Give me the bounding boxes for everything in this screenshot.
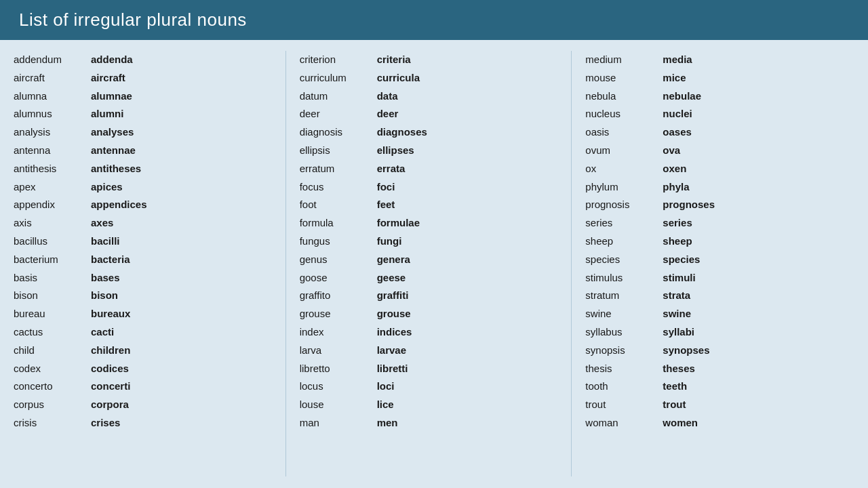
singular-col-1: addendumaircraftalumnaalumnusanalysisant…: [14, 51, 88, 476]
list-item: children: [91, 342, 172, 359]
list-item: analysis: [14, 123, 88, 141]
list-item: libretto: [300, 360, 374, 378]
header: List of irregular plural nouns: [0, 0, 868, 40]
list-item: deer: [377, 105, 458, 123]
list-item: mice: [663, 69, 744, 87]
list-item: diagnoses: [377, 123, 458, 141]
list-item: ox: [585, 160, 660, 178]
list-item: corpora: [91, 396, 172, 413]
list-item: genus: [300, 251, 374, 268]
plural-col-1: addendaaircraftalumnaealumnianalysesante…: [91, 51, 172, 476]
column-group-3: mediummousenebulanucleusoasisovumoxphylu…: [571, 51, 854, 476]
list-item: media: [663, 51, 744, 68]
list-item: deer: [300, 105, 374, 123]
list-item: diagnosis: [300, 123, 374, 141]
list-item: medium: [585, 51, 660, 68]
list-item: ovum: [585, 142, 660, 159]
list-item: sheep: [663, 232, 744, 250]
list-item: prognosis: [585, 196, 660, 214]
list-item: criterion: [300, 51, 374, 68]
list-item: index: [300, 323, 374, 341]
list-item: axis: [14, 214, 88, 232]
list-item: oxen: [663, 160, 744, 178]
list-item: basis: [14, 269, 88, 287]
list-item: ellipses: [377, 142, 458, 159]
list-item: datum: [300, 87, 374, 105]
list-item: louse: [300, 396, 374, 413]
list-item: series: [663, 214, 744, 232]
list-item: alumnus: [14, 105, 88, 123]
list-item: series: [585, 214, 660, 232]
list-item: focus: [300, 178, 374, 196]
list-item: bison: [91, 287, 172, 304]
list-item: nuclei: [663, 105, 744, 123]
page-title: List of irregular plural nouns: [19, 9, 247, 30]
list-item: erratum: [300, 160, 374, 178]
list-item: child: [14, 342, 88, 359]
list-item: foot: [300, 196, 374, 214]
column-group-2: criterioncurriculumdatumdeerdiagnosisell…: [285, 51, 569, 476]
list-item: man: [300, 414, 374, 432]
list-item: antithesis: [14, 160, 88, 178]
list-item: species: [663, 251, 744, 268]
list-item: appendices: [91, 196, 172, 214]
content-area: addendumaircraftalumnaalumnusanalysisant…: [0, 40, 868, 487]
list-item: synopses: [663, 342, 744, 359]
list-item: bureaux: [91, 305, 172, 323]
list-item: theses: [663, 360, 744, 378]
list-item: formulae: [377, 214, 458, 232]
list-item: swine: [663, 305, 744, 323]
list-item: foci: [377, 178, 458, 196]
list-item: stimulus: [585, 269, 660, 287]
list-item: concerti: [91, 378, 172, 395]
list-item: ova: [663, 142, 744, 159]
list-item: grouse: [377, 305, 458, 323]
list-item: apex: [14, 178, 88, 196]
list-item: goose: [300, 269, 374, 287]
list-item: bison: [14, 287, 88, 304]
list-item: nebula: [585, 87, 660, 105]
list-item: grouse: [300, 305, 374, 323]
list-item: appendix: [14, 196, 88, 214]
list-item: curriculum: [300, 69, 374, 87]
list-item: trout: [585, 396, 660, 413]
list-item: ellipsis: [300, 142, 374, 159]
list-item: antenna: [14, 142, 88, 159]
list-item: criteria: [377, 51, 458, 68]
list-item: syllabus: [585, 323, 660, 341]
list-item: alumni: [91, 105, 172, 123]
list-item: bacteria: [91, 251, 172, 268]
list-item: syllabi: [663, 323, 744, 341]
list-item: women: [663, 414, 744, 432]
list-item: species: [585, 251, 660, 268]
list-item: cactus: [14, 323, 88, 341]
list-item: cacti: [91, 323, 172, 341]
list-item: graffiti: [377, 287, 458, 304]
list-item: stratum: [585, 287, 660, 304]
list-item: locus: [300, 378, 374, 395]
list-item: aircraft: [14, 69, 88, 87]
list-item: antitheses: [91, 160, 172, 178]
list-item: codex: [14, 360, 88, 378]
list-item: concerto: [14, 378, 88, 395]
list-item: nebulae: [663, 87, 744, 105]
singular-col-2: criterioncurriculumdatumdeerdiagnosisell…: [300, 51, 374, 476]
list-item: codices: [91, 360, 172, 378]
list-item: tooth: [585, 378, 660, 395]
list-item: corpus: [14, 396, 88, 413]
list-item: fungi: [377, 232, 458, 250]
singular-col-3: mediummousenebulanucleusoasisovumoxphylu…: [585, 51, 660, 476]
list-item: woman: [585, 414, 660, 432]
list-item: axes: [91, 214, 172, 232]
list-item: men: [377, 414, 458, 432]
list-item: crisis: [14, 414, 88, 432]
list-item: bacillus: [14, 232, 88, 250]
list-item: libretti: [377, 360, 458, 378]
list-item: graffito: [300, 287, 374, 304]
list-item: alumna: [14, 87, 88, 105]
list-item: data: [377, 87, 458, 105]
plural-col-3: mediamicenebulaenucleioasesovaoxenphylap…: [663, 51, 744, 476]
list-item: fungus: [300, 232, 374, 250]
list-item: formula: [300, 214, 374, 232]
list-item: addenda: [91, 51, 172, 68]
